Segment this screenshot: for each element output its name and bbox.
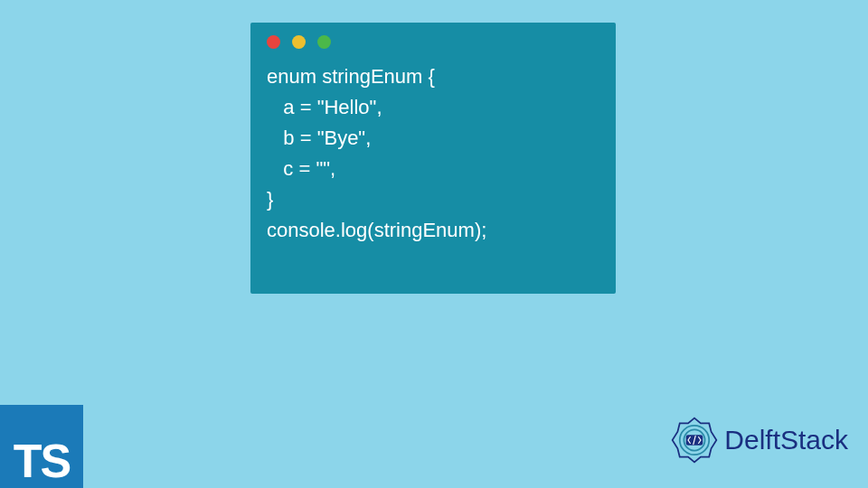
typescript-logo: TS [0,405,83,488]
typescript-logo-text: TS [14,437,70,488]
minimize-icon [292,35,306,49]
close-icon [267,35,280,49]
code-content: enum stringEnum { a = "Hello", b = "Bye"… [250,58,616,250]
code-window: enum stringEnum { a = "Hello", b = "Bye"… [250,23,616,294]
delftstack-icon [668,414,721,466]
delftstack-label: DelftStack [724,425,848,455]
maximize-icon [317,35,331,49]
delftstack-brand: DelftStack [668,414,848,466]
window-controls [250,23,616,58]
